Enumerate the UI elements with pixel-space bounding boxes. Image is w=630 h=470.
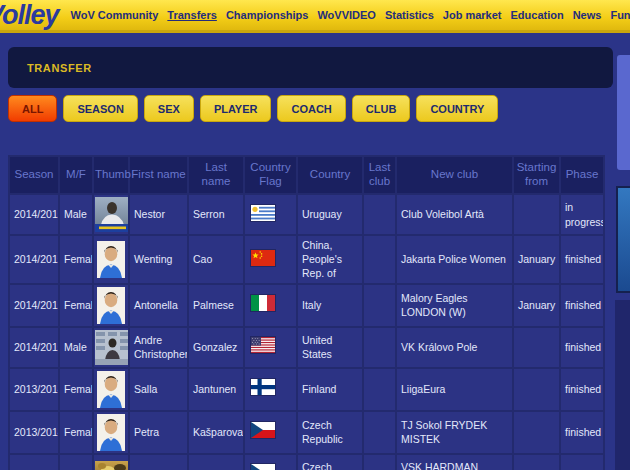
column-header-first-name: First name (129, 156, 188, 194)
new-club-cell: Jakarta Police Women (396, 235, 513, 284)
top-navigation-bar: Volley WoV CommunityTransfersChampionshi… (0, 0, 630, 33)
column-header-last-name: Last name (188, 156, 244, 194)
last-club-cell (363, 327, 396, 368)
last-club-cell (363, 284, 396, 327)
last-club-cell (363, 411, 396, 454)
new-club-cell: TJ Sokol FRYDEK MISTEK (396, 411, 513, 454)
season-cell: 2014/2015 (9, 194, 59, 235)
flag-uruguay-icon (251, 205, 275, 221)
starting-from-cell: January (513, 235, 560, 284)
season-cell: 2014/2015 (9, 235, 59, 284)
first-name-cell: Salla (129, 368, 188, 411)
new-club-cell: VK Královo Pole (396, 327, 513, 368)
right-widget-edge (616, 186, 630, 293)
nav-item-championships[interactable]: Championships (226, 9, 309, 21)
right-panel-edge (617, 55, 630, 170)
nav-item-wovvideo[interactable]: WoVVIDEO (317, 9, 375, 21)
phase-cell: finished (560, 284, 604, 327)
starting-from-cell (513, 327, 560, 368)
country-flag-cell (244, 194, 297, 235)
column-header-last-club: Last club (363, 156, 396, 194)
sex-cell: Male (59, 327, 93, 368)
starting-from-cell: January (513, 454, 560, 470)
nav-item-fun[interactable]: Fun (610, 9, 630, 21)
filter-button-club[interactable]: CLUB (352, 95, 411, 122)
transfer-title-bar: TRANSFER (8, 47, 613, 88)
column-header-country: Country (297, 156, 363, 194)
nav-item-news[interactable]: News (573, 9, 602, 21)
phase-cell: finished (560, 411, 604, 454)
country-flag-cell (244, 411, 297, 454)
last-club-cell (363, 454, 396, 470)
last-club-cell (363, 235, 396, 284)
last-name-cell: Kamler (188, 454, 244, 470)
last-name-cell: Cao (188, 235, 244, 284)
last-club-cell (363, 194, 396, 235)
thumb-cell (93, 284, 129, 327)
country-cell: United States (297, 327, 363, 368)
last-name-cell: Kašparova (188, 411, 244, 454)
season-cell: 2014/2015 (9, 327, 59, 368)
default-avatar-thumb[interactable] (97, 287, 125, 324)
first-name-cell: Andre Christopher (129, 327, 188, 368)
flag-finland-icon (251, 379, 275, 395)
filter-button-coach[interactable]: COACH (277, 95, 345, 122)
filter-button-all[interactable]: ALL (8, 95, 57, 122)
player-photo-thumb[interactable] (95, 461, 129, 470)
sex-cell: Female (59, 411, 93, 454)
first-name-cell: Petra (129, 411, 188, 454)
new-club-cell: LiigaEura (396, 368, 513, 411)
last-name-cell: Gonzalez (188, 327, 244, 368)
column-header-thumb: Thumb (93, 156, 129, 194)
player-photo-thumb[interactable] (95, 197, 129, 232)
default-avatar-thumb[interactable] (97, 241, 125, 278)
flag-czech-republic-icon (251, 464, 275, 470)
phase-cell: finished (560, 454, 604, 470)
nav-item-wov-community[interactable]: WoV Community (71, 9, 159, 21)
season-cell: 2013/2014 (9, 368, 59, 411)
table-row: 2014/2015MaleNestorSerronUruguayClub Vol… (9, 194, 604, 235)
filter-button-country[interactable]: COUNTRY (416, 95, 498, 122)
filter-button-season[interactable]: SEASON (63, 95, 137, 122)
column-header-new-club: New club (396, 156, 513, 194)
flag-italy-icon (251, 295, 275, 311)
new-club-cell: VSK HARDMAN STARE MESTO (396, 454, 513, 470)
country-cell: Italy (297, 284, 363, 327)
column-header-country-flag: Country Flag (244, 156, 297, 194)
starting-from-cell (513, 194, 560, 235)
column-header-season: Season (9, 156, 59, 194)
nav-item-transfers[interactable]: Transfers (167, 9, 217, 21)
filter-button-player[interactable]: PLAYER (200, 95, 272, 122)
nav-item-job-market[interactable]: Job market (443, 9, 502, 21)
default-avatar-thumb[interactable] (97, 414, 125, 451)
filter-button-sex[interactable]: SEX (144, 95, 194, 122)
table-header-row: SeasonM/FThumbFirst nameLast nameCountry… (9, 156, 604, 194)
table-body: 2014/2015MaleNestorSerronUruguayClub Vol… (9, 194, 604, 470)
nav-item-education[interactable]: Education (511, 9, 564, 21)
phase-cell: finished (560, 327, 604, 368)
country-flag-cell (244, 235, 297, 284)
nav-menu: WoV CommunityTransfersChampionshipsWoVVI… (71, 9, 630, 21)
site-logo[interactable]: Volley (0, 0, 59, 30)
player-photo-thumb[interactable] (95, 330, 129, 365)
flag-czech-republic-icon (251, 422, 275, 438)
sex-cell: Male (59, 194, 93, 235)
transfers-table: SeasonM/FThumbFirst nameLast nameCountry… (8, 155, 605, 470)
table-row: 2014/2015FemaleWentingCaoChina, People's… (9, 235, 604, 284)
table-row: 2013/2014FemaleSallaJantunenFinlandLiiga… (9, 368, 604, 411)
thumb-cell (93, 194, 129, 235)
sex-cell: Female (59, 235, 93, 284)
filter-button-group: ALLSEASONSEXPLAYERCOACHCLUBCOUNTRY (8, 95, 504, 122)
first-name-cell: Antonella (129, 284, 188, 327)
table-row: 2013/2014MaleLiborKamlerCzech RepublicVS… (9, 454, 604, 470)
column-header-starting-from: Starting from (513, 156, 560, 194)
season-cell: 2014/2015 (9, 284, 59, 327)
nav-item-statistics[interactable]: Statistics (385, 9, 434, 21)
default-avatar-thumb[interactable] (97, 371, 125, 408)
flag-china-icon (251, 250, 275, 266)
country-flag-cell (244, 454, 297, 470)
last-club-cell (363, 368, 396, 411)
page-title: TRANSFER (27, 62, 92, 74)
country-flag-cell (244, 368, 297, 411)
starting-from-cell (513, 411, 560, 454)
